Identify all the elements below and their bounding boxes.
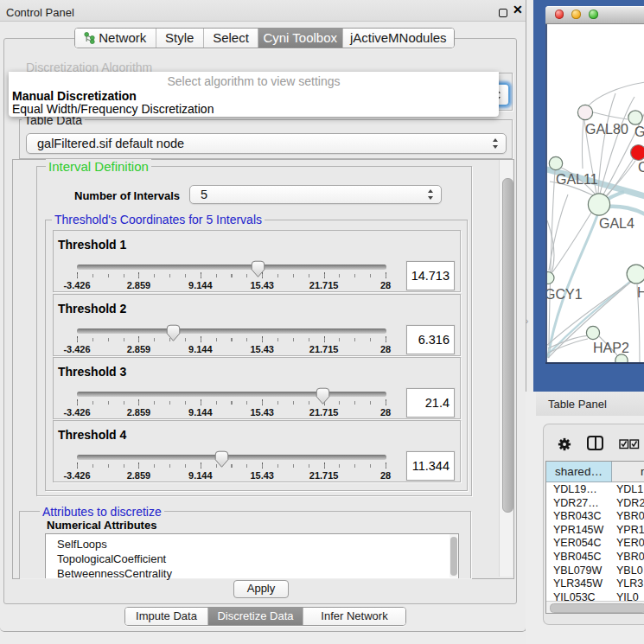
svg-text:H: H (637, 285, 644, 300)
svg-text:C: C (638, 160, 644, 175)
svg-text:GAL80: GAL80 (585, 122, 628, 137)
svg-text:GCY1: GCY1 (547, 287, 583, 302)
svg-text:GAL11: GAL11 (556, 172, 598, 187)
svg-text:GAL4: GAL4 (599, 216, 634, 231)
svg-text:G.: G. (634, 124, 644, 139)
svg-text:HAP2: HAP2 (593, 341, 629, 355)
